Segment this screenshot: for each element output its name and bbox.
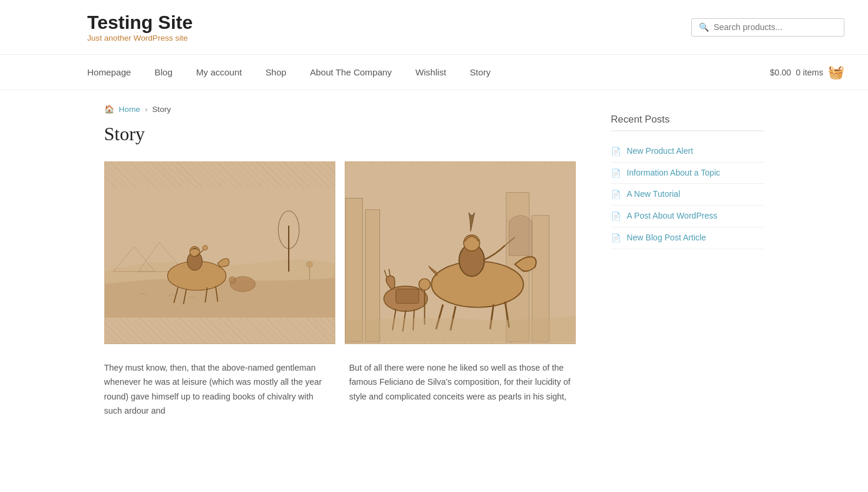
list-item: 📄 New Product Alert — [611, 141, 764, 163]
image-grid — [104, 161, 576, 344]
story-illustration-right — [345, 162, 575, 344]
post-icon: 📄 — [611, 212, 621, 222]
article-text-left: They must know, then, that the above-nam… — [104, 361, 331, 418]
site-branding: Testing Site Just another WordPress site — [87, 12, 193, 42]
cart-area[interactable]: $0.00 0 items 🧺 — [770, 64, 844, 80]
story-illustration-left — [105, 162, 335, 344]
nav-item-blog[interactable]: Blog — [143, 57, 184, 88]
recent-post-link-4[interactable]: A Post About WordPress — [627, 210, 718, 222]
list-item: 📄 Information About a Topic — [611, 163, 764, 184]
site-header: Testing Site Just another WordPress site… — [0, 0, 868, 55]
breadcrumb: 🏠 Home › Story — [104, 90, 576, 123]
recent-posts-list: 📄 New Product Alert 📄 Information About … — [611, 141, 764, 249]
site-title: Testing Site — [87, 12, 193, 34]
main-wrapper: 🏠 Home › Story Story — [81, 90, 788, 418]
article-text-right: But of all there were none he liked so w… — [349, 361, 576, 418]
article-columns: They must know, then, that the above-nam… — [104, 361, 576, 418]
story-image-right — [345, 161, 576, 344]
nav-link-aboutcompany[interactable]: About The Company — [298, 57, 404, 88]
svg-point-14 — [306, 262, 312, 268]
nav-link-wishlist[interactable]: Wishlist — [404, 57, 458, 88]
breadcrumb-separator: › — [145, 105, 148, 114]
svg-point-12 — [229, 276, 235, 283]
nav-links: Homepage Blog My account Shop About The … — [87, 57, 770, 88]
nav-link-shop[interactable]: Shop — [253, 57, 298, 88]
svg-point-35 — [418, 279, 430, 290]
svg-rect-36 — [395, 289, 418, 303]
site-tagline: Just another WordPress site — [87, 34, 193, 42]
main-nav: Homepage Blog My account Shop About The … — [0, 55, 868, 90]
cart-total: $0.00 — [770, 68, 791, 77]
search-icon: 🔍 — [699, 22, 709, 32]
breadcrumb-current: Story — [152, 105, 171, 114]
recent-post-link-3[interactable]: A New Tutorial — [627, 189, 681, 200]
recent-post-link-2[interactable]: Information About a Topic — [627, 167, 721, 179]
recent-post-link-5[interactable]: New Blog Post Article — [627, 232, 707, 244]
cart-icon[interactable]: 🧺 — [828, 64, 844, 80]
cart-count: 0 items — [796, 68, 823, 77]
content-area: 🏠 Home › Story Story — [104, 90, 576, 418]
nav-link-story[interactable]: Story — [458, 57, 502, 88]
home-icon: 🏠 — [104, 104, 114, 114]
list-item: 📄 A New Tutorial — [611, 184, 764, 206]
recent-posts-title: Recent Posts — [611, 114, 764, 131]
sidebar: Recent Posts 📄 New Product Alert 📄 Infor… — [611, 90, 764, 418]
nav-link-blog[interactable]: Blog — [143, 57, 184, 88]
search-bar[interactable]: 🔍 — [691, 18, 844, 37]
nav-item-shop[interactable]: Shop — [253, 57, 298, 88]
breadcrumb-home-link[interactable]: Home — [119, 105, 140, 114]
recent-post-link-1[interactable]: New Product Alert — [627, 146, 694, 157]
list-item: 📄 A Post About WordPress — [611, 206, 764, 227]
post-icon: 📄 — [611, 190, 621, 200]
nav-item-myaccount[interactable]: My account — [184, 57, 254, 88]
page-title: Story — [104, 123, 576, 145]
nav-link-homepage[interactable]: Homepage — [87, 57, 143, 88]
post-icon: 📄 — [611, 169, 621, 179]
svg-rect-16 — [345, 198, 362, 342]
nav-link-myaccount[interactable]: My account — [184, 57, 254, 88]
nav-item-wishlist[interactable]: Wishlist — [404, 57, 458, 88]
story-image-left — [104, 161, 335, 344]
post-icon: 📄 — [611, 233, 621, 243]
nav-item-homepage[interactable]: Homepage — [87, 57, 143, 88]
post-icon: 📄 — [611, 147, 621, 157]
nav-item-aboutcompany[interactable]: About The Company — [298, 57, 404, 88]
nav-item-story[interactable]: Story — [458, 57, 502, 88]
svg-point-10 — [202, 245, 207, 250]
list-item: 📄 New Blog Post Article — [611, 227, 764, 249]
search-input[interactable] — [714, 22, 837, 32]
